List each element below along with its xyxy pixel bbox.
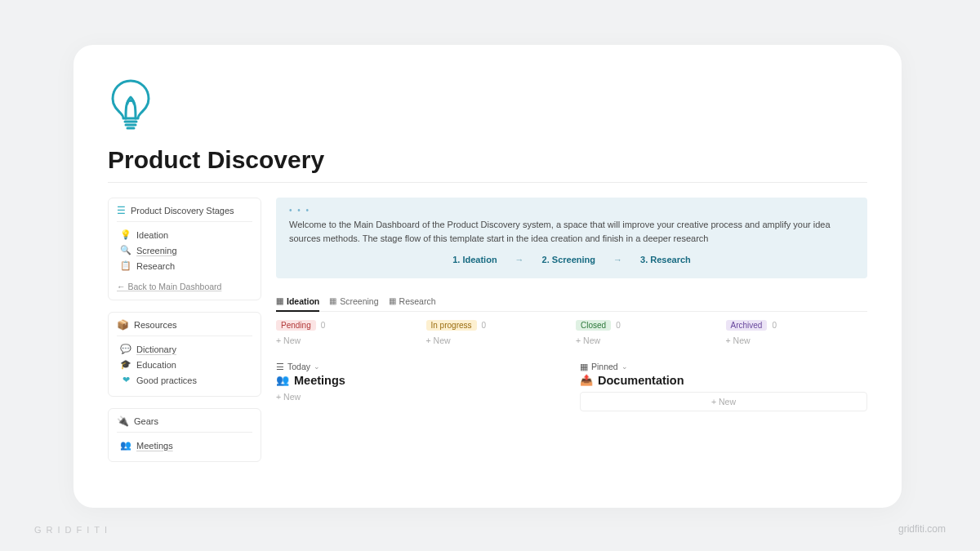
section-title-documentation[interactable]: 📤 Documentation: [580, 374, 867, 387]
tab-label: Screening: [340, 296, 378, 306]
new-card-button[interactable]: New: [576, 335, 718, 345]
sidebar-stage-screening[interactable]: 🔍 Screening: [120, 242, 252, 258]
board-col-archived: Archived 0 New: [726, 320, 868, 345]
main-area: • • • Welcome to the Main Dashboard of t…: [276, 198, 867, 462]
tab-research[interactable]: ▦ Research: [389, 296, 436, 306]
new-item-button[interactable]: New: [276, 392, 564, 402]
sidebar-stages-header: ☰ Product Discovery Stages: [117, 205, 252, 222]
sidebar-resource-label: Dictionary: [136, 344, 176, 354]
board-col-in-progress: In progress 0 New: [426, 320, 568, 345]
tab-screening[interactable]: ▦ Screening: [329, 296, 378, 306]
back-to-dashboard-link[interactable]: ← Back to Main Dashboard: [117, 282, 252, 291]
sidebar-stage-label: Research: [136, 261, 175, 271]
board-icon: ▦: [329, 296, 336, 305]
page-title: Product Discovery: [108, 146, 867, 174]
chevron-down-icon: ⌄: [314, 362, 320, 371]
stage-flow-research[interactable]: 3. Research: [640, 253, 691, 267]
callout-dots-icon: • • •: [289, 204, 854, 216]
sidebar-stage-label: Screening: [136, 246, 177, 256]
sidebar-resource-dictionary[interactable]: 💬 Dictionary: [120, 341, 252, 357]
hero-lightbulb-icon: [108, 78, 867, 130]
status-count: 0: [321, 321, 326, 330]
section-view-label: Today: [287, 362, 310, 371]
tab-ideation[interactable]: ▦ Ideation: [276, 296, 319, 312]
callout-description: Welcome to the Main Dashboard of the Pro…: [289, 218, 854, 245]
status-pill-pending[interactable]: Pending: [276, 320, 316, 331]
sidebar-resource-education[interactable]: 🎓 Education: [120, 357, 252, 372]
board-col-pending: Pending 0 New: [276, 320, 418, 345]
arrow-right-icon: →: [613, 253, 622, 267]
people-icon: 👥: [120, 440, 131, 451]
kanban-board: Pending 0 New In progress 0 New Closed 0: [276, 320, 867, 345]
list-icon: ☰: [276, 362, 284, 371]
section-documentation: ▦ Pinned ⌄ 📤 Documentation New: [580, 362, 867, 411]
new-card-button[interactable]: New: [276, 335, 418, 345]
board-icon: ▦: [276, 296, 283, 305]
people-icon: 👥: [276, 374, 289, 386]
sidebar-resource-label: Education: [136, 360, 176, 370]
new-item-boxed-button[interactable]: New: [580, 392, 867, 411]
sidebar-gears-header-label: Gears: [134, 416, 158, 426]
sidebar-resources-card: 📦 Resources 💬 Dictionary 🎓 Education ❤ G…: [108, 312, 261, 397]
app-card: Product Discovery ☰ Product Discovery St…: [74, 45, 902, 508]
sidebar-stages-header-label: Product Discovery Stages: [131, 206, 234, 216]
board-col-closed: Closed 0 New: [576, 320, 718, 345]
sidebar-stage-research[interactable]: 📋 Research: [120, 258, 252, 273]
education-icon: 🎓: [120, 359, 131, 370]
section-title-meetings[interactable]: 👥 Meetings: [276, 374, 564, 387]
section-title-label: Documentation: [598, 374, 684, 387]
magnifier-icon: 🔍: [120, 245, 131, 256]
status-pill-in-progress[interactable]: In progress: [426, 320, 477, 331]
footer-brand: GRIDFITI: [34, 525, 112, 535]
section-title-label: Meetings: [294, 374, 345, 387]
tab-label: Ideation: [287, 296, 319, 306]
stage-flow-ideation[interactable]: 1. Ideation: [452, 253, 497, 267]
sidebar-stages-card: ☰ Product Discovery Stages 💡 Ideation 🔍 …: [108, 198, 261, 300]
sidebar-resources-header: 📦 Resources: [117, 319, 252, 336]
box-icon: 📦: [117, 319, 129, 331]
sidebar-gears-header: 🔌 Gears: [117, 415, 252, 433]
sidebar-stage-label: Ideation: [136, 230, 168, 240]
sidebar: ☰ Product Discovery Stages 💡 Ideation 🔍 …: [108, 198, 261, 462]
status-count: 0: [772, 321, 777, 330]
welcome-callout: • • • Welcome to the Main Dashboard of t…: [276, 198, 867, 278]
section-view-pinned[interactable]: ▦ Pinned ⌄: [580, 362, 867, 371]
new-card-button[interactable]: New: [426, 335, 568, 345]
chat-icon: 💬: [120, 344, 131, 354]
sidebar-resources-header-label: Resources: [134, 320, 177, 330]
heart-icon: ❤: [120, 375, 131, 385]
export-icon: 📤: [580, 374, 593, 386]
sections-row: ☰ Today ⌄ 👥 Meetings New ▦ Pinned ⌄: [276, 362, 867, 411]
new-card-button[interactable]: New: [726, 335, 868, 345]
section-view-today[interactable]: ☰ Today ⌄: [276, 362, 564, 371]
footer-url: gridfiti.com: [898, 523, 946, 535]
sidebar-stage-ideation[interactable]: 💡 Ideation: [120, 227, 252, 242]
status-pill-archived[interactable]: Archived: [726, 320, 768, 331]
status-pill-closed[interactable]: Closed: [576, 320, 611, 331]
tab-label: Research: [399, 296, 436, 306]
stage-flow: 1. Ideation → 2. Screening → 3. Research: [289, 253, 854, 267]
status-count: 0: [616, 321, 621, 330]
plug-icon: 🔌: [117, 415, 129, 427]
chevron-down-icon: ⌄: [621, 362, 628, 371]
clipboard-icon: 📋: [120, 260, 131, 271]
arrow-right-icon: →: [515, 253, 524, 267]
section-meetings: ☰ Today ⌄ 👥 Meetings New: [276, 362, 564, 411]
sidebar-gear-label: Meetings: [136, 441, 173, 451]
sidebar-gears-card: 🔌 Gears 👥 Meetings: [108, 408, 261, 462]
sidebar-gear-meetings[interactable]: 👥 Meetings: [120, 438, 252, 453]
section-view-label: Pinned: [591, 362, 618, 371]
lightbulb-icon: 💡: [120, 229, 131, 240]
title-divider: [108, 182, 867, 183]
sidebar-resource-label: Good practices: [136, 375, 197, 385]
status-count: 0: [482, 321, 487, 330]
board-tabs: ▦ Ideation ▦ Screening ▦ Research: [276, 296, 867, 312]
sidebar-resource-good-practices[interactable]: ❤ Good practices: [120, 372, 252, 388]
grid-icon: ▦: [580, 362, 588, 371]
list-icon: ☰: [117, 205, 126, 216]
board-icon: ▦: [389, 296, 396, 305]
stage-flow-screening[interactable]: 2. Screening: [542, 253, 595, 267]
